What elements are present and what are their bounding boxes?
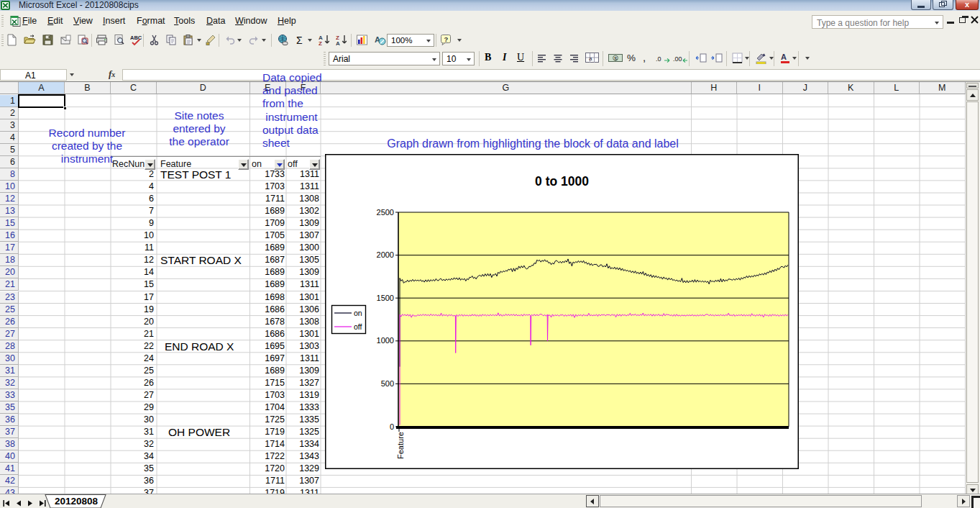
svg-text:Feature: Feature xyxy=(396,432,405,459)
svg-text:1000: 1000 xyxy=(377,336,394,345)
svg-text:2000: 2000 xyxy=(377,250,394,259)
svg-text:500: 500 xyxy=(381,379,394,388)
svg-text:1500: 1500 xyxy=(377,294,394,302)
svg-text:?: ? xyxy=(444,35,449,43)
svg-text:ABC: ABC xyxy=(130,35,142,41)
svg-text:a: a xyxy=(589,55,592,62)
svg-text:2500: 2500 xyxy=(377,208,394,217)
svg-text:0 to 1000: 0 to 1000 xyxy=(535,174,589,189)
svg-text:on: on xyxy=(354,309,362,317)
svg-text:Z: Z xyxy=(319,40,322,46)
svg-text:Σ: Σ xyxy=(296,35,303,46)
svg-text:.00: .00 xyxy=(673,55,682,63)
svg-text:0: 0 xyxy=(390,422,394,431)
svg-text:off: off xyxy=(354,322,362,331)
svg-text:A: A xyxy=(336,40,340,46)
svg-text:.0: .0 xyxy=(656,55,661,63)
svg-text:A: A xyxy=(781,53,787,61)
svg-text:$: $ xyxy=(614,55,618,62)
